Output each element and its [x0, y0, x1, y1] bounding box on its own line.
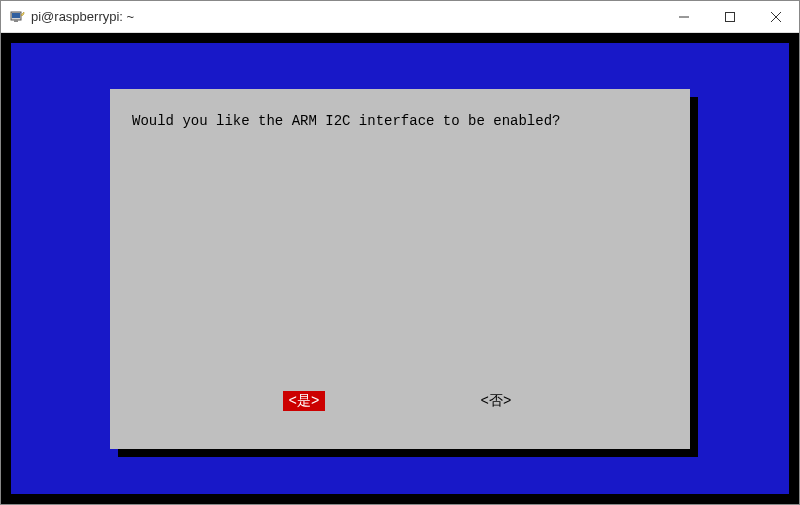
no-button[interactable]: <否>: [475, 391, 518, 411]
maximize-button[interactable]: [707, 1, 753, 32]
dialog-message: Would you like the ARM I2C interface to …: [128, 113, 672, 391]
close-button[interactable]: [753, 1, 799, 32]
svg-rect-1: [12, 13, 20, 18]
yes-button[interactable]: <是>: [283, 391, 326, 411]
svg-rect-4: [726, 12, 735, 21]
svg-rect-2: [14, 20, 18, 22]
config-dialog: Would you like the ARM I2C interface to …: [110, 89, 690, 449]
terminal-screen: Would you like the ARM I2C interface to …: [11, 43, 789, 494]
titlebar-controls: [661, 1, 799, 32]
app-window: pi@raspberrypi: ~ Would you like the ARM…: [0, 0, 800, 505]
titlebar: pi@raspberrypi: ~: [1, 1, 799, 33]
window-title: pi@raspberrypi: ~: [31, 9, 661, 24]
dialog-wrapper: Would you like the ARM I2C interface to …: [110, 89, 690, 449]
terminal: Would you like the ARM I2C interface to …: [1, 33, 799, 504]
minimize-button[interactable]: [661, 1, 707, 32]
dialog-buttons: <是> <否>: [128, 391, 672, 425]
putty-icon: [9, 9, 25, 25]
